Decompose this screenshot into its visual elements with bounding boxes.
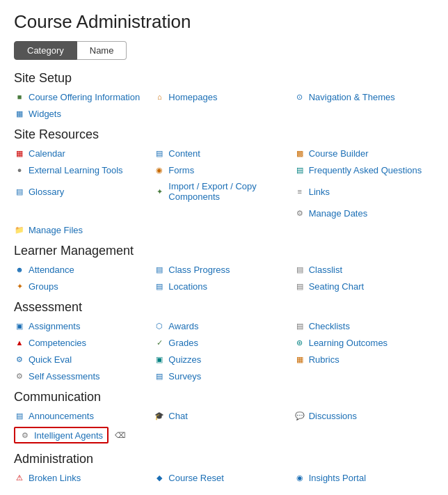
- administration-grid: ⚠ Broken Links ◆ Course Reset ◉ Insights…: [14, 471, 434, 485]
- section-site-resources: Site Resources ▦ Calendar ▤ Content ▩ Co…: [14, 127, 434, 237]
- list-item: ⚙ Self Assessments: [14, 369, 154, 383]
- list-item: ⚙ Manage Dates: [294, 206, 434, 220]
- assessment-grid: ▣ Assignments ⬡ Awards ▤ Checklists ▲ Co…: [14, 319, 434, 383]
- glossary-icon: ▤: [14, 186, 25, 197]
- checklists-link[interactable]: Checklists: [309, 321, 350, 331]
- cursor-indicator: ⌫: [115, 431, 126, 440]
- list-item: ✦ Import / Export / Copy Components: [154, 180, 294, 203]
- seating-chart-link[interactable]: Seating Chart: [309, 281, 365, 292]
- calendar-link[interactable]: Calendar: [29, 148, 65, 159]
- list-item: ▤ Content: [154, 146, 294, 160]
- quizzes-link[interactable]: Quizzes: [168, 354, 201, 365]
- list-item: ⚠ Broken Links: [14, 471, 154, 485]
- insights-portal-link[interactable]: Insights Portal: [309, 473, 366, 483]
- list-item: ▤ Classlist: [294, 262, 434, 276]
- glossary-link[interactable]: Glossary: [29, 187, 64, 197]
- announcements-link[interactable]: Announcements: [29, 411, 94, 421]
- view-tabs: Category Name: [14, 41, 434, 60]
- section-title-administration: Administration: [14, 452, 434, 466]
- intelligent-agents-box[interactable]: ⚙ Intelligent Agents: [14, 427, 109, 443]
- list-item: ▤ Announcements: [14, 409, 154, 423]
- locations-icon: ▤: [154, 281, 165, 292]
- list-item: ⌂ Homepages: [154, 90, 294, 104]
- self-assessments-link[interactable]: Self Assessments: [29, 371, 100, 382]
- quizzes-icon: ▣: [154, 354, 165, 365]
- links-icon: ≡: [294, 186, 305, 197]
- grades-icon: ✓: [154, 337, 165, 348]
- attendance-link[interactable]: Attendance: [29, 265, 74, 275]
- discussions-link[interactable]: Discussions: [309, 411, 357, 421]
- list-item: ▦ Widgets: [14, 107, 154, 120]
- list-item: ▲ Competencies: [14, 336, 154, 349]
- manage-files-link[interactable]: Manage Files: [29, 225, 83, 235]
- locations-link[interactable]: Locations: [168, 281, 207, 292]
- assignments-link[interactable]: Assignments: [29, 321, 80, 331]
- course-reset-icon: ◆: [154, 472, 165, 483]
- manage-files-row: 📁 Manage Files: [14, 223, 434, 237]
- list-item: ◉ Insights Portal: [294, 471, 434, 485]
- manage-files-icon: 📁: [14, 224, 25, 235]
- broken-links-icon: ⚠: [14, 472, 25, 483]
- homepages-icon: ⌂: [154, 91, 165, 102]
- section-learner-management: Learner Management ☻ Attendance ▤ Class …: [14, 244, 434, 293]
- communication-grid: ▤ Announcements 🎓 Chat 💬 Discussions: [14, 409, 434, 423]
- faq-link[interactable]: Frequently Asked Questions: [309, 165, 422, 175]
- groups-link[interactable]: Groups: [29, 281, 58, 292]
- nav-themes-link[interactable]: Navigation & Themes: [309, 92, 395, 102]
- rubrics-link[interactable]: Rubrics: [309, 354, 339, 365]
- list-item: ▣ Quizzes: [154, 352, 294, 366]
- course-offering-icon: ■: [14, 91, 25, 102]
- learner-management-grid: ☻ Attendance ▤ Class Progress ▤ Classlis…: [14, 262, 434, 293]
- list-item: ⚙ Quick Eval: [14, 352, 154, 366]
- course-offering-link[interactable]: Course Offering Information: [29, 92, 140, 102]
- ext-learning-icon: ●: [14, 164, 25, 175]
- list-item: 🎓 Chat: [154, 409, 294, 423]
- content-link[interactable]: Content: [168, 148, 200, 159]
- list-item: ▤ Frequently Asked Questions: [294, 163, 434, 177]
- widgets-icon: ▦: [14, 108, 25, 119]
- import-export-icon: ✦: [154, 186, 165, 197]
- classlist-icon: ▤: [294, 264, 305, 275]
- broken-links-link[interactable]: Broken Links: [29, 473, 81, 483]
- tab-name[interactable]: Name: [77, 41, 127, 60]
- section-title-site-setup: Site Setup: [14, 71, 434, 86]
- site-resources-grid: ▦ Calendar ▤ Content ▩ Course Builder ● …: [14, 146, 434, 220]
- surveys-icon: ▤: [154, 370, 165, 382]
- class-progress-link[interactable]: Class Progress: [168, 265, 230, 275]
- forms-link[interactable]: Forms: [168, 165, 194, 175]
- awards-link[interactable]: Awards: [168, 321, 198, 331]
- quick-eval-link[interactable]: Quick Eval: [29, 354, 72, 365]
- rubrics-icon: ▦: [294, 354, 305, 365]
- page-title: Course Administration: [14, 11, 434, 33]
- list-item: ⬡ Awards: [154, 319, 294, 333]
- list-item: ☻ Attendance: [14, 262, 154, 276]
- list-item: [154, 206, 294, 220]
- insights-portal-icon: ◉: [294, 472, 305, 483]
- ext-learning-link[interactable]: External Learning Tools: [29, 165, 123, 175]
- section-assessment: Assessment ▣ Assignments ⬡ Awards ▤ Chec…: [14, 300, 434, 383]
- list-item: ▤ Seating Chart: [294, 279, 434, 293]
- manage-dates-link[interactable]: Manage Dates: [309, 208, 368, 219]
- chat-icon: 🎓: [154, 410, 165, 421]
- widgets-link[interactable]: Widgets: [29, 109, 61, 119]
- section-site-setup: Site Setup ■ Course Offering Information…: [14, 71, 434, 120]
- links-link[interactable]: Links: [309, 187, 330, 197]
- surveys-link[interactable]: Surveys: [168, 371, 201, 382]
- homepages-link[interactable]: Homepages: [168, 92, 217, 102]
- list-item: ▤ Checklists: [294, 319, 434, 333]
- tab-category[interactable]: Category: [14, 41, 77, 60]
- section-title-communication: Communication: [14, 390, 434, 404]
- list-item: ✦ Groups: [14, 279, 154, 293]
- course-builder-link[interactable]: Course Builder: [309, 148, 369, 159]
- competencies-link[interactable]: Competencies: [29, 338, 86, 348]
- intelligent-agents-link[interactable]: Intelligent Agents: [34, 430, 103, 441]
- import-export-link[interactable]: Import / Export / Copy Components: [168, 181, 294, 202]
- list-item: ⊛ Learning Outcomes: [294, 336, 434, 349]
- chat-link[interactable]: Chat: [168, 411, 187, 421]
- discussions-icon: 💬: [294, 410, 305, 421]
- learning-outcomes-link[interactable]: Learning Outcomes: [309, 338, 387, 348]
- classlist-link[interactable]: Classlist: [309, 265, 342, 275]
- course-builder-icon: ▩: [294, 148, 305, 159]
- course-reset-link[interactable]: Course Reset: [168, 473, 223, 483]
- grades-link[interactable]: Grades: [168, 338, 198, 348]
